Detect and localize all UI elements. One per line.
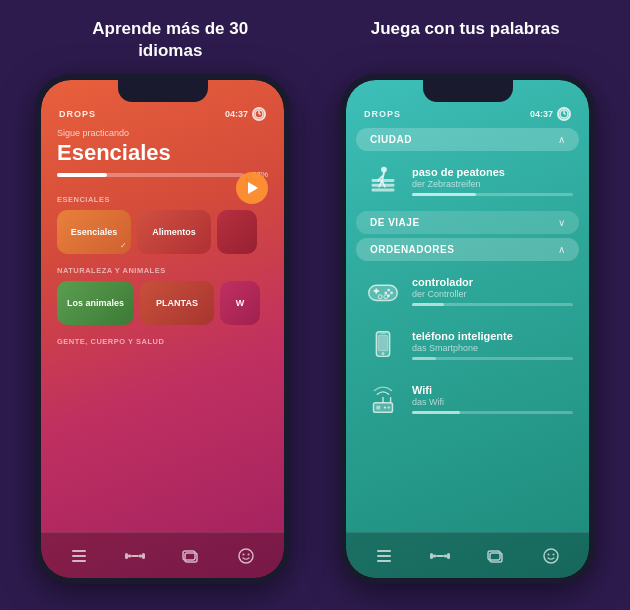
phones-row: DROPS 04:37 Sigue practicando Esenciales — [0, 74, 630, 584]
svg-point-58 — [553, 553, 555, 555]
svg-rect-4 — [72, 555, 86, 557]
category-naturaleza: NATURALEZA Y ANIMALES Los animales PLANT… — [57, 266, 268, 325]
right-time: 04:37 — [530, 109, 553, 119]
chevron-up-icon: ∧ — [558, 134, 565, 145]
card-label: Alimentos — [152, 227, 196, 237]
controlador-progress-fill — [412, 303, 444, 306]
svg-point-42 — [384, 407, 386, 409]
peatones-info: paso de peatones der Zebrastreifen — [412, 166, 573, 196]
peatones-progress-fill — [412, 193, 476, 196]
card-label: Los animales — [67, 298, 124, 308]
card-label: Esenciales — [71, 227, 118, 237]
phone-notch-left — [118, 80, 208, 102]
controlador-progress — [412, 303, 573, 306]
left-content: Sigue practicando Esenciales 27% ESENCIA… — [41, 124, 284, 346]
nav-cards-icon-right[interactable] — [481, 542, 509, 570]
right-status-right: 04:37 — [530, 107, 571, 121]
chevron-up-icon-ord: ∧ — [558, 244, 565, 255]
nav-barbell-icon-right[interactable] — [426, 542, 454, 570]
nav-list-icon[interactable] — [65, 542, 93, 570]
word-item-controlador: controlador der Controller — [356, 265, 579, 317]
telefono-progress — [412, 357, 573, 360]
accordion-ciudad: CIUDAD ∧ — [356, 128, 579, 207]
telefono-name: teléfono inteligente — [412, 330, 573, 343]
word-item-telefono: teléfono inteligente das Smartphone — [356, 319, 579, 371]
svg-point-57 — [548, 553, 550, 555]
telefono-subtitle: das Smartphone — [412, 343, 573, 353]
ordenadores-title: ORDENADORES — [370, 244, 454, 255]
accordion-ordenadores: ORDENADORES ∧ — [356, 238, 579, 425]
word-item-peatones: paso de peatones der Zebrastreifen — [356, 155, 579, 207]
card-extra1[interactable] — [217, 210, 257, 254]
card-alimentos[interactable]: Alimentos — [137, 210, 211, 254]
svg-rect-39 — [380, 333, 386, 334]
telefono-progress-fill — [412, 357, 436, 360]
right-screen: DROPS 04:37 CIU — [346, 80, 589, 578]
accordion-header-ordenadores[interactable]: ORDENADORES ∧ — [356, 238, 579, 261]
phone-notch-right — [423, 80, 513, 102]
left-screen: DROPS 04:37 Sigue practicando Esenciales — [41, 80, 284, 578]
crosswalk-icon-box — [362, 160, 404, 202]
word-item-wifi: Wifi das Wifi — [356, 373, 579, 425]
card-animales[interactable]: Los animales — [57, 281, 134, 325]
left-title: Aprende más de 30 idiomas — [70, 18, 270, 62]
nav-face-icon-right[interactable] — [537, 542, 565, 570]
keep-practicing-label: Sigue practicando — [57, 128, 268, 138]
cat-label-esenciales: ESENCIALES — [57, 195, 268, 204]
wifi-subtitle: das Wifi — [412, 397, 573, 407]
svg-point-38 — [382, 352, 385, 355]
right-phone: DROPS 04:37 CIU — [340, 74, 595, 584]
titles-row: Aprende más de 30 idiomas Juega con tus … — [0, 0, 630, 74]
svg-rect-37 — [378, 336, 388, 351]
svg-rect-52 — [444, 554, 447, 557]
card-extra2[interactable]: W — [220, 281, 260, 325]
accordion-deviaje: DE VIAJE ∨ — [356, 211, 579, 234]
right-bottom-nav — [346, 532, 589, 578]
wifi-progress — [412, 411, 573, 414]
nav-barbell-icon[interactable] — [121, 542, 149, 570]
accordion-header-deviaje[interactable]: DE VIAJE ∨ — [356, 211, 579, 234]
svg-rect-48 — [377, 560, 391, 562]
controlador-name: controlador — [412, 276, 573, 289]
right-brand: DROPS — [364, 109, 401, 119]
peatones-subtitle: der Zebrastreifen — [412, 179, 573, 189]
svg-point-56 — [544, 549, 558, 563]
svg-point-15 — [248, 553, 250, 555]
nav-cards-icon[interactable] — [176, 542, 204, 570]
card-plantas[interactable]: PLANTAS — [140, 281, 214, 325]
timer-icon-left — [252, 107, 266, 121]
cat-label-gente: GENTE, CUERPO Y SALUD — [57, 337, 268, 346]
phone-icon-box — [362, 324, 404, 366]
svg-rect-5 — [72, 560, 86, 562]
peatones-progress — [412, 193, 573, 196]
svg-rect-50 — [433, 554, 436, 557]
chevron-down-icon: ∨ — [558, 217, 565, 228]
right-title: Juega con tus palabras — [371, 18, 560, 62]
svg-rect-3 — [72, 550, 86, 552]
svg-rect-29 — [375, 288, 377, 294]
svg-rect-19 — [372, 189, 395, 192]
checkmark-icon: ✓ — [120, 241, 127, 250]
svg-rect-41 — [376, 406, 380, 410]
nav-face-icon[interactable] — [232, 542, 260, 570]
svg-rect-49 — [430, 553, 433, 559]
play-button[interactable] — [236, 172, 268, 204]
telefono-info: teléfono inteligente das Smartphone — [412, 330, 573, 360]
svg-point-43 — [388, 407, 390, 409]
controlador-subtitle: der Controller — [412, 289, 573, 299]
svg-rect-7 — [128, 554, 131, 557]
timer-icon-right — [557, 107, 571, 121]
svg-rect-9 — [139, 554, 142, 557]
card-esenciales[interactable]: Esenciales ✓ — [57, 210, 131, 254]
wifi-progress-fill — [412, 411, 460, 414]
controlador-info: controlador der Controller — [412, 276, 573, 306]
wifi-icon-box — [362, 378, 404, 420]
svg-rect-47 — [377, 555, 391, 557]
left-phone: DROPS 04:37 Sigue practicando Esenciales — [35, 74, 290, 584]
right-content: CIUDAD ∧ — [346, 124, 589, 425]
accordion-header-ciudad[interactable]: CIUDAD ∧ — [356, 128, 579, 151]
nav-list-icon-right[interactable] — [370, 542, 398, 570]
cards-naturaleza: Los animales PLANTAS W — [57, 281, 268, 325]
svg-point-31 — [390, 292, 393, 295]
svg-rect-6 — [125, 553, 128, 559]
